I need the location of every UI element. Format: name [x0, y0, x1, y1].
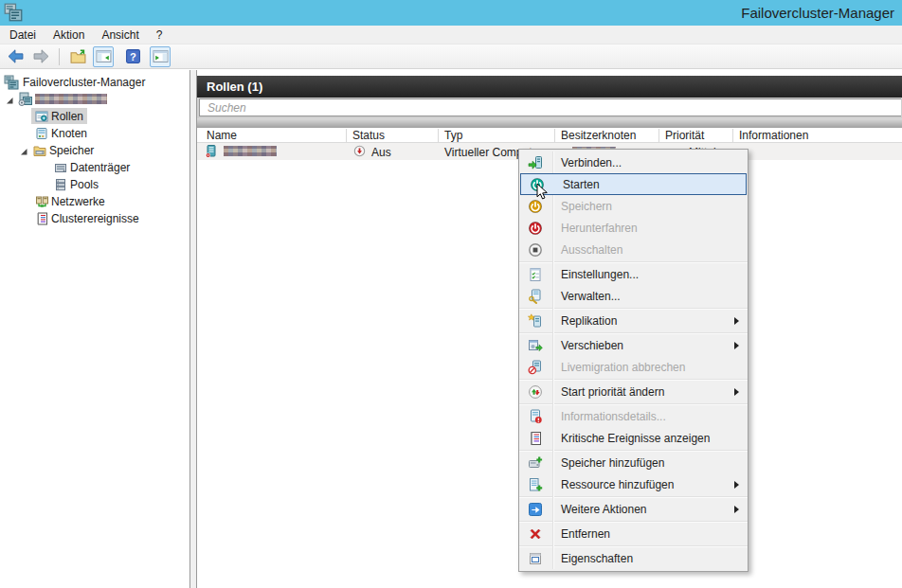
- menu-item-label: Ausschalten: [561, 243, 622, 257]
- menu-item-verschieben[interactable]: Verschieben: [519, 334, 748, 356]
- tree-item-label: Knoten: [51, 127, 87, 140]
- remove-icon: [528, 526, 543, 542]
- datentraeger-icon: [54, 161, 67, 174]
- export-folder-button[interactable]: [67, 46, 88, 67]
- tree-item-label: Netzwerke: [51, 195, 105, 208]
- menu-item-label: Herunterfahren: [561, 222, 638, 235]
- menu-item-kritische-ereignisse[interactable]: Kritische Ereignisse anzeigen: [519, 427, 748, 449]
- tree-root-label: Failovercluster-Manager: [23, 76, 145, 89]
- move-icon: [528, 338, 543, 353]
- menu-separator: [519, 403, 748, 404]
- menu-hilfe[interactable]: ?: [148, 27, 171, 44]
- menu-item-verbinden[interactable]: Verbinden...: [519, 151, 748, 173]
- toolbar: ?: [0, 44, 902, 69]
- add-storage-icon: [528, 455, 543, 471]
- column-prioritaet[interactable]: Priorität: [665, 129, 704, 142]
- column-separator[interactable]: [732, 129, 733, 142]
- menu-ansicht[interactable]: Ansicht: [93, 27, 147, 44]
- menu-item-label: Kritische Ereignisse anzeigen: [561, 432, 710, 445]
- menu-item-herunterfahren[interactable]: Herunterfahren: [519, 217, 748, 239]
- folder-arrow-icon: [70, 48, 86, 64]
- column-typ[interactable]: Typ: [444, 129, 462, 142]
- forward-arrow-icon: [33, 48, 49, 64]
- replication-icon: [528, 313, 543, 329]
- menu-item-label: Einstellungen...: [561, 268, 639, 281]
- action-pane-toggle-button[interactable]: [150, 46, 171, 67]
- power-start-icon: [530, 177, 545, 192]
- menu-item-speichern[interactable]: Speichern: [519, 195, 748, 217]
- console-tree-toggle-button[interactable]: [93, 46, 114, 67]
- menu-item-label: Starten: [563, 178, 600, 191]
- menu-separator: [519, 545, 748, 546]
- column-informationen[interactable]: Informationen: [739, 129, 808, 142]
- row-name-redacted: [224, 146, 277, 156]
- menu-item-starten[interactable]: Starten: [520, 173, 747, 195]
- column-separator[interactable]: [554, 129, 555, 142]
- clusterereignisse-icon: [35, 212, 48, 225]
- menu-separator: [519, 308, 748, 309]
- column-separator[interactable]: [658, 129, 659, 142]
- settings-icon: [528, 267, 543, 282]
- app-icon: [4, 3, 23, 22]
- tree-item-label: Pools: [70, 178, 99, 191]
- forward-button[interactable]: [30, 46, 51, 67]
- priority-icon: [528, 384, 543, 400]
- menu-item-label: Verbinden...: [561, 156, 622, 169]
- help-button[interactable]: ?: [122, 46, 143, 67]
- expand-arrow-icon[interactable]: [5, 95, 14, 104]
- menu-item-label: Verschieben: [561, 339, 623, 352]
- menu-item-replikation[interactable]: Replikation: [519, 310, 748, 331]
- column-besitzerknoten[interactable]: Besitzerknoten: [561, 129, 636, 142]
- menu-item-weitere-aktionen[interactable]: Weitere Aktionen: [519, 498, 748, 520]
- window-title: Failovercluster-Manager: [741, 0, 894, 26]
- menu-separator: [519, 521, 748, 522]
- menu-item-verwalten[interactable]: Verwalten...: [519, 285, 748, 307]
- menu-item-eigenschaften[interactable]: Eigenschaften: [519, 547, 748, 569]
- header-gradient: [197, 118, 902, 128]
- connect-icon: [528, 155, 543, 170]
- table-header-row: Name Status Typ Besitzerknoten Priorität…: [197, 128, 902, 143]
- title-bar: Failovercluster-Manager: [0, 0, 902, 26]
- toolbar-separator: [59, 48, 60, 65]
- power-save-icon: [528, 199, 543, 214]
- pools-icon: [54, 178, 67, 191]
- menu-item-entfernen[interactable]: Entfernen: [519, 523, 748, 544]
- menu-separator: [519, 332, 748, 333]
- column-separator[interactable]: [346, 129, 347, 142]
- stop-icon: [528, 242, 543, 258]
- panel-splitter[interactable]: [189, 70, 197, 588]
- search-input[interactable]: [199, 98, 901, 116]
- action-pane-icon: [153, 48, 169, 64]
- menu-item-label: Weitere Aktionen: [561, 503, 647, 516]
- knoten-icon: [35, 127, 48, 140]
- menu-item-label: Speichern: [561, 200, 612, 213]
- menu-item-einstellungen[interactable]: Einstellungen...: [519, 263, 748, 285]
- vm-role-icon: [205, 145, 218, 158]
- menu-datei[interactable]: Datei: [0, 27, 45, 44]
- menu-item-label: Entfernen: [561, 527, 610, 541]
- menu-item-label: Informationsdetails...: [561, 410, 666, 423]
- power-shutdown-icon: [528, 221, 543, 236]
- more-actions-icon: [528, 502, 543, 517]
- column-status[interactable]: Status: [352, 129, 385, 142]
- menu-item-informationsdetails[interactable]: Informationsdetails...: [519, 405, 748, 427]
- menu-item-ressource-hinzufuegen[interactable]: Ressource hinzufügen: [519, 473, 748, 495]
- help-icon: ?: [125, 48, 141, 64]
- cluster-manager-icon: [4, 75, 19, 90]
- properties-icon: [528, 551, 543, 566]
- column-separator[interactable]: [438, 129, 439, 142]
- expand-arrow-icon[interactable]: [19, 146, 28, 155]
- menu-item-livemigration-abbrechen[interactable]: Livemigration abbrechen: [519, 356, 748, 378]
- back-button[interactable]: [5, 46, 26, 67]
- menu-aktion[interactable]: Aktion: [45, 27, 93, 44]
- column-name[interactable]: Name: [207, 129, 237, 142]
- menu-item-startprioritaet-aendern[interactable]: Start priorität ändern: [519, 381, 748, 402]
- menu-bar: Datei Aktion Ansicht ?: [0, 26, 902, 44]
- menu-separator: [519, 450, 748, 451]
- menu-item-ausschalten[interactable]: Ausschalten: [519, 239, 748, 260]
- menu-item-speicher-hinzufuegen[interactable]: Speicher hinzufügen: [519, 452, 748, 473]
- pane-title: Rollen (1): [197, 76, 902, 98]
- svg-text:?: ?: [130, 51, 136, 62]
- tree-item-label: Speicher: [49, 144, 94, 157]
- manage-icon: [528, 289, 543, 304]
